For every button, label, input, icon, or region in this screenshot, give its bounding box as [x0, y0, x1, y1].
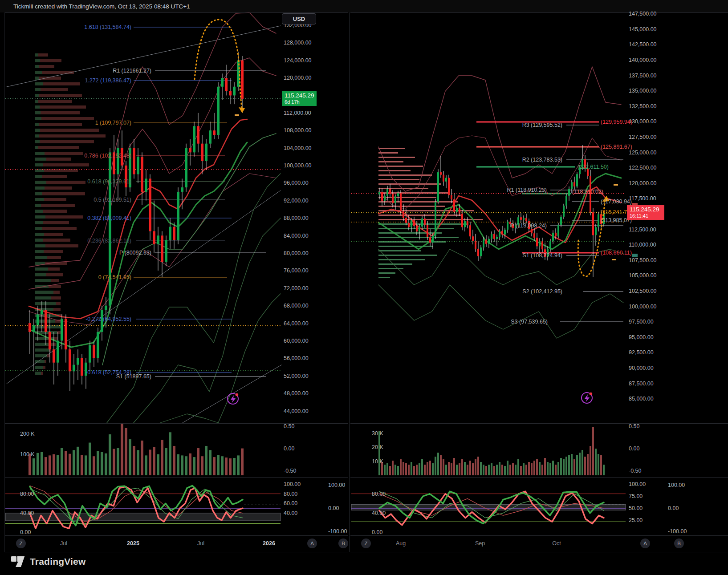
volume-bar	[125, 428, 127, 475]
volume-profile-row	[35, 181, 46, 184]
volume-bar	[77, 447, 79, 475]
volume-profile-row	[35, 140, 40, 143]
volume-profile-row	[43, 239, 70, 242]
volume-profile-row	[44, 233, 63, 236]
volume-profile-row	[41, 117, 94, 120]
tradingview-logo[interactable]: TradingView	[11, 555, 86, 568]
volume-bar	[507, 461, 508, 475]
volume-bar	[411, 462, 412, 475]
indicator-curve	[378, 67, 621, 191]
volume-profile-row	[35, 366, 43, 369]
candle-body	[408, 223, 410, 227]
volume-profile-row	[35, 117, 41, 120]
volume-profile-row	[56, 302, 61, 305]
candle-body	[149, 178, 151, 231]
candle-body	[411, 220, 412, 227]
candle-body	[57, 340, 59, 362]
candle-body	[557, 225, 559, 236]
volume-bar	[549, 463, 551, 475]
volume-profile-row	[35, 239, 43, 242]
time-axis-button-a[interactable]: A	[640, 539, 650, 548]
volume-bar	[381, 462, 383, 475]
volume-profile-row	[35, 152, 45, 155]
volume-bar	[437, 453, 439, 475]
candle-body	[125, 166, 127, 187]
volume-bar	[205, 446, 207, 475]
volume-bar	[81, 455, 83, 475]
volume-bar	[416, 465, 418, 475]
volume-profile-row	[35, 163, 43, 166]
volume-bar	[544, 458, 546, 475]
time-axis-button-z[interactable]: Z	[16, 539, 26, 548]
volume-profile-row	[35, 71, 42, 74]
time-axis-button-b[interactable]: B	[674, 539, 684, 548]
volume-bar	[141, 441, 143, 475]
candle-body	[89, 345, 91, 362]
volume-profile-row	[44, 250, 63, 253]
candle-body	[467, 221, 468, 226]
time-axis-button-b[interactable]: B	[338, 539, 348, 548]
volume-profile-row	[35, 372, 41, 375]
candle-body	[157, 235, 159, 244]
candle-body	[560, 217, 562, 225]
volume-bar	[237, 455, 240, 475]
candle-body	[181, 187, 183, 192]
volume-bar	[517, 459, 519, 475]
volume-profile-row	[378, 170, 411, 171]
volume-profile-row	[35, 302, 56, 305]
time-axis-button-a[interactable]: A	[307, 539, 317, 548]
candle-body	[480, 247, 482, 256]
volume-bar	[213, 457, 216, 475]
volume-bar	[395, 465, 396, 475]
volume-bar	[595, 449, 597, 475]
volume-bar	[169, 432, 171, 475]
candle-body	[579, 167, 581, 174]
indicator-curve	[107, 174, 281, 423]
candle-body	[456, 208, 458, 211]
candle-body	[384, 196, 386, 201]
flash-idea-icon-dot	[590, 393, 592, 395]
volume-bar	[493, 466, 495, 475]
volume-profile-row	[48, 267, 60, 271]
volume-bar	[531, 463, 533, 475]
volume-bar	[496, 465, 498, 475]
candle-body	[488, 239, 490, 244]
currency-toggle-button[interactable]: USD	[282, 13, 316, 24]
tradingview-snapshot: Tickmill created with TradingView.com, O…	[0, 0, 728, 575]
volume-bar	[600, 455, 602, 475]
volume-profile-row	[51, 296, 61, 300]
volume-bar	[488, 465, 490, 475]
volume-profile-row	[43, 366, 45, 369]
candle-body	[221, 78, 224, 87]
time-axis-button-z[interactable]: Z	[361, 539, 371, 548]
volume-profile-row	[35, 273, 46, 276]
candle-body	[85, 363, 87, 376]
volume-profile-row	[35, 227, 42, 230]
volume-bar	[73, 450, 75, 475]
volume-profile-row	[46, 158, 71, 161]
volume-profile-row	[45, 152, 83, 155]
candle-body	[395, 196, 396, 203]
volume-bar	[469, 461, 471, 475]
volume-profile-row	[35, 88, 41, 91]
candle-body	[451, 195, 452, 199]
volume-bar	[499, 462, 500, 475]
volume-profile-row	[35, 82, 43, 85]
volume-bar	[464, 462, 466, 475]
volume-profile-row	[35, 105, 40, 109]
volume-bar	[573, 459, 575, 475]
candle-body	[571, 182, 573, 189]
candle-body	[185, 148, 187, 188]
candle-body	[445, 178, 447, 182]
candle-body	[496, 237, 498, 239]
volume-bar	[453, 458, 455, 475]
candle-body	[531, 229, 533, 234]
candle-body	[193, 126, 195, 152]
tradingview-logo-icon	[11, 555, 26, 568]
candle-body	[576, 174, 578, 186]
candle-body	[400, 193, 402, 211]
candle-body	[173, 227, 175, 240]
candle-body	[161, 235, 163, 262]
candle-body	[547, 249, 549, 257]
volume-profile-row	[378, 201, 458, 202]
